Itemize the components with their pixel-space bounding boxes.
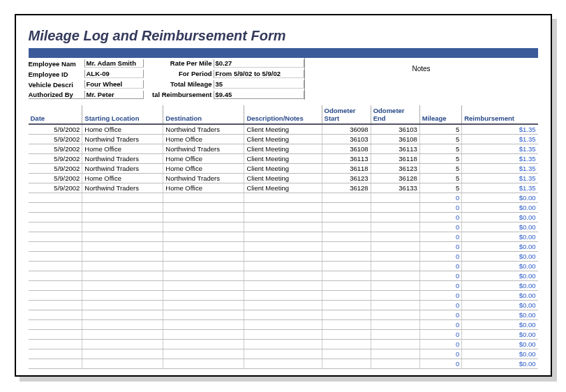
- table-row-empty: 0$0.00: [29, 213, 538, 223]
- info-label: Total Mileage: [144, 80, 214, 88]
- cell-date: [29, 349, 82, 359]
- cell-miles: 0: [419, 193, 461, 203]
- table-row-empty: 0$0.00: [29, 359, 538, 369]
- cell-start: [82, 320, 163, 330]
- cell-desc: [244, 349, 322, 359]
- cell-ostart: [322, 262, 371, 271]
- info-label: For Period: [144, 70, 214, 77]
- cell-reimb: $0.00: [462, 330, 538, 340]
- cell-ostart: [322, 320, 371, 330]
- cell-miles: 0: [419, 213, 461, 223]
- cell-oend: [371, 193, 419, 203]
- cell-ostart: [322, 213, 371, 223]
- info-row: Total Mileage35: [144, 79, 304, 89]
- cell-dest: Home Office: [163, 183, 244, 193]
- notes-area: Notes: [304, 58, 538, 100]
- info-value: Mr. Peter: [84, 91, 144, 99]
- cell-ostart: [322, 203, 371, 213]
- cell-dest: Northwind Traders: [163, 174, 244, 183]
- table-row-empty: 0$0.00: [29, 301, 538, 310]
- cell-ostart: [322, 359, 371, 369]
- cell-reimb: $0.00: [462, 213, 538, 223]
- cell-desc: [244, 232, 322, 242]
- cell-reimb: $1.35: [462, 183, 538, 193]
- form-title: Mileage Log and Reimbursement Form: [29, 28, 538, 44]
- cell-oend: [371, 242, 419, 252]
- column-header: Description/Notes: [244, 105, 322, 124]
- cell-ostart: [322, 310, 371, 320]
- cell-dest: Northwind Traders: [163, 124, 244, 135]
- cell-oend: [371, 262, 419, 271]
- cell-oend: [371, 281, 419, 291]
- cell-start: [82, 330, 163, 340]
- cell-reimb: $0.00: [462, 223, 538, 232]
- cell-desc: Client Meeting: [244, 135, 322, 144]
- info-value: 35: [214, 80, 304, 89]
- info-row: Vehicle DescriFour Wheel: [29, 79, 144, 89]
- cell-reimb: $0.00: [462, 281, 538, 291]
- cell-desc: [244, 242, 322, 252]
- cell-dest: Northwind Traders: [163, 144, 244, 154]
- cell-reimb: $1.35: [462, 124, 538, 135]
- cell-dest: [163, 320, 244, 330]
- cell-ostart: [322, 223, 371, 232]
- cell-start: [82, 291, 163, 301]
- table-row: 5/9/2002Northwind TradersHome OfficeClie…: [29, 164, 538, 174]
- info-label: tal Reimbursement: [144, 91, 214, 98]
- cell-ostart: 36113: [322, 154, 371, 164]
- cell-oend: [371, 271, 419, 281]
- cell-desc: [244, 301, 322, 310]
- info-row: For PeriodFrom 5/9/02 to 5/9/02: [144, 68, 304, 79]
- cell-start: [82, 232, 163, 242]
- cell-oend: [371, 213, 419, 223]
- cell-oend: [371, 203, 419, 213]
- cell-desc: [244, 310, 322, 320]
- table-row: 5/9/2002Northwind TradersHome OfficeClie…: [29, 154, 538, 164]
- table-row: 5/9/2002Northwind TradersHome OfficeClie…: [29, 135, 538, 144]
- cell-reimb: $0.00: [462, 301, 538, 310]
- cell-desc: Client Meeting: [244, 183, 322, 193]
- cell-dest: [163, 193, 244, 203]
- cell-desc: [244, 330, 322, 340]
- table-row: 5/9/2002Northwind TradersHome OfficeClie…: [29, 183, 538, 193]
- table-row: 5/9/2002Home OfficeNorthwind TradersClie…: [29, 144, 538, 154]
- info-row: Rate Per Mile$0.27: [144, 58, 304, 68]
- cell-desc: Client Meeting: [244, 124, 322, 135]
- cell-date: [29, 213, 82, 223]
- info-value: From 5/9/02 to 5/9/02: [214, 70, 304, 78]
- table-row-empty: 0$0.00: [29, 271, 538, 281]
- cell-desc: [244, 193, 322, 203]
- cell-start: [82, 359, 163, 369]
- info-value: $9.45: [214, 91, 304, 99]
- cell-reimb: $0.00: [462, 271, 538, 281]
- cell-reimb: $0.00: [462, 242, 538, 252]
- column-header: Starting Location: [82, 105, 163, 124]
- cell-dest: [163, 271, 244, 281]
- cell-dest: Home Office: [163, 164, 244, 174]
- info-row: Employee IDALK-09: [29, 68, 144, 79]
- cell-miles: 0: [419, 262, 461, 271]
- cell-desc: [244, 340, 322, 349]
- table-row-empty: 0$0.00: [29, 242, 538, 252]
- cell-reimb: $0.00: [462, 262, 538, 271]
- cell-reimb: $0.00: [462, 320, 538, 330]
- cell-dest: [163, 330, 244, 340]
- cell-ostart: [322, 330, 371, 340]
- table-row-empty: 0$0.00: [29, 310, 538, 320]
- cell-miles: 0: [419, 359, 461, 369]
- cell-date: [29, 262, 82, 271]
- cell-desc: Client Meeting: [244, 174, 322, 183]
- cell-date: [29, 310, 82, 320]
- cell-desc: [244, 291, 322, 301]
- cell-date: [29, 271, 82, 281]
- cell-ostart: 36098: [322, 124, 371, 135]
- document-frame: Mileage Log and Reimbursement Form Emplo…: [15, 14, 552, 377]
- info-block: Employee NamMr. Adam SmithEmployee IDALK…: [29, 58, 538, 100]
- cell-desc: [244, 271, 322, 281]
- cell-desc: Client Meeting: [244, 164, 322, 174]
- cell-ostart: 36128: [322, 183, 371, 193]
- cell-date: [29, 223, 82, 232]
- cell-dest: [163, 242, 244, 252]
- cell-ostart: [322, 281, 371, 291]
- table-row-empty: 0$0.00: [29, 281, 538, 291]
